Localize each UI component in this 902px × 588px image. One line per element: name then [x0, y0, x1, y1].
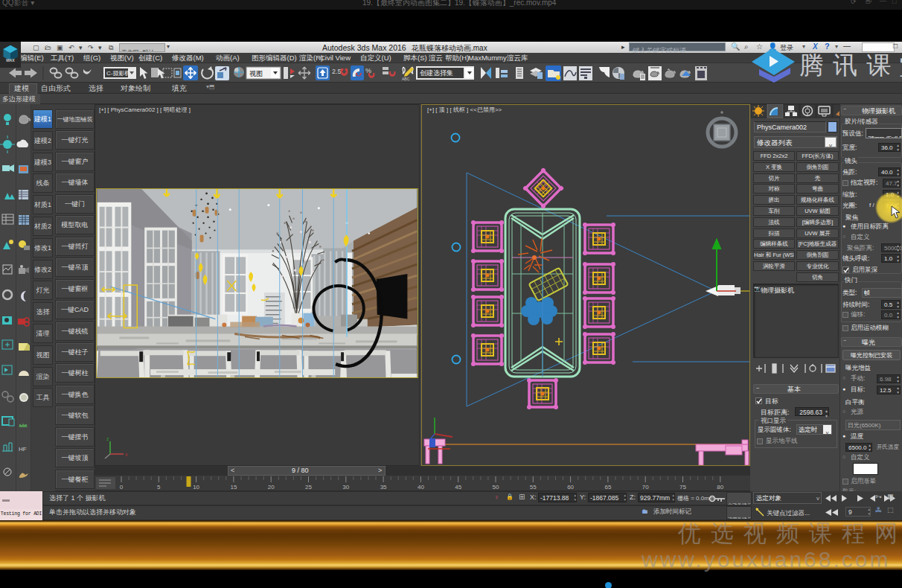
svg-text:40: 40 — [418, 484, 424, 490]
svg-text:80: 80 — [717, 484, 723, 490]
svg-text:50: 50 — [493, 484, 499, 490]
svg-text:30: 30 — [342, 484, 349, 490]
svg-text:60: 60 — [567, 484, 574, 490]
svg-text:75: 75 — [679, 484, 686, 490]
svg-text:55: 55 — [530, 484, 537, 490]
svg-text:10: 10 — [193, 484, 199, 490]
svg-text:z: z — [106, 436, 109, 441]
svg-text:70: 70 — [642, 484, 649, 490]
svg-text:65: 65 — [604, 484, 611, 490]
svg-text:25: 25 — [305, 484, 312, 490]
svg-text:关键点过滤器...: 关键点过滤器... — [767, 509, 810, 517]
svg-text:5: 5 — [157, 484, 161, 490]
svg-text:ABC: ABC — [402, 77, 410, 81]
svg-text:45: 45 — [455, 484, 461, 490]
svg-text:20: 20 — [268, 484, 275, 490]
svg-text:x: x — [125, 452, 128, 457]
svg-text:HF: HF — [19, 446, 27, 453]
svg-text:视图: 视图 — [249, 70, 263, 77]
svg-text:15: 15 — [230, 484, 237, 490]
svg-text:2.5: 2.5 — [332, 68, 342, 75]
svg-text:0: 0 — [120, 484, 124, 490]
svg-text:MAX: MAX — [6, 58, 15, 63]
svg-text:35: 35 — [380, 484, 387, 490]
svg-text:创建选择集: 创建选择集 — [420, 69, 453, 77]
svg-text:C-摄影机: C-摄影机 — [106, 70, 130, 77]
